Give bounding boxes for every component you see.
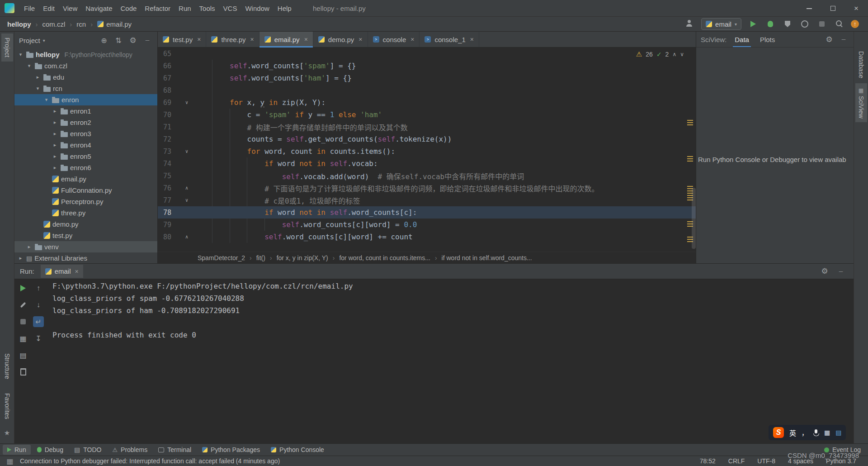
tool-window-button-run[interactable]: Run	[3, 445, 31, 455]
menu-run[interactable]: Run	[175, 1, 195, 16]
print-icon[interactable]	[18, 350, 28, 361]
sciview-tab-plots[interactable]: Plots	[758, 32, 777, 47]
status-widget-78-52[interactable]: 78:52	[700, 457, 716, 465]
line-number[interactable]: 80	[158, 233, 179, 241]
toolbox-icon[interactable]: ▤	[835, 429, 841, 436]
scroll-end-icon[interactable]	[33, 333, 44, 344]
menu-tools[interactable]: Tools	[195, 1, 219, 16]
menu-code[interactable]: Code	[116, 1, 141, 16]
line-number[interactable]: 77	[158, 196, 179, 204]
hide-icon[interactable]	[838, 34, 849, 45]
clear-icon[interactable]	[18, 366, 28, 377]
fold-marker-icon[interactable]: ∨	[179, 197, 195, 203]
chevron-right-icon[interactable]: ▸	[34, 74, 41, 80]
tree-item-enron[interactable]: ▾enron	[14, 94, 157, 105]
sciview-tab-data[interactable]: Data	[733, 32, 751, 47]
keyboard-icon[interactable]: ▦	[824, 429, 830, 436]
close-tab-icon[interactable]: ×	[197, 36, 201, 43]
breadcrumb-item-com-czl[interactable]: com.czl	[41, 19, 67, 29]
tool-strip-tab-project[interactable]: Project	[1, 33, 13, 62]
run-tab-email[interactable]: email ×	[41, 265, 83, 278]
sogou-logo-icon[interactable]: S	[773, 427, 784, 438]
tool-strip-tab-database[interactable]: Database	[855, 47, 867, 82]
code-editor[interactable]: 6566 self.word_counts['spam'] = {}67 sel…	[158, 48, 696, 252]
editor-breadcrumb-item[interactable]: for x, y in zip(X, Y)	[276, 254, 329, 262]
line-number[interactable]: 65	[158, 50, 179, 58]
ime-punctuation-toggle[interactable]: ，	[802, 428, 808, 437]
restore-layout-icon[interactable]	[18, 333, 28, 344]
tool-window-button-problems[interactable]: ⚠Problems	[108, 445, 152, 455]
tool-windows-icon[interactable]	[5, 456, 15, 466]
hide-icon[interactable]	[835, 266, 846, 277]
menu-refactor[interactable]: Refactor	[141, 1, 175, 16]
tree-item-demo-py[interactable]: demo.py	[14, 219, 157, 230]
line-number[interactable]: 72	[158, 135, 179, 143]
tool-strip-tab-favorites[interactable]: Favorites	[1, 389, 13, 423]
chevron-right-icon[interactable]: ▸	[26, 244, 33, 250]
tree-item-enron6[interactable]: ▸enron6	[14, 162, 157, 173]
tool-window-button-python-console[interactable]: Python Console	[266, 445, 329, 455]
gear-icon[interactable]	[819, 266, 830, 277]
breadcrumb-item-hellopy[interactable]: hellopy	[5, 19, 33, 29]
line-number[interactable]: 69	[158, 99, 179, 107]
coverage-button[interactable]	[782, 19, 793, 29]
run-button[interactable]	[748, 19, 759, 29]
project-title[interactable]: Project	[19, 37, 40, 44]
editor-breadcrumb-item[interactable]: for word, count in counts.items...	[338, 254, 431, 262]
tree-item-external-libraries[interactable]: ▸▤External Libraries	[14, 252, 157, 263]
tree-item-test-py[interactable]: test.py	[14, 230, 157, 241]
status-widget-utf-8[interactable]: UTF-8	[757, 457, 775, 465]
debug-button[interactable]	[765, 19, 776, 29]
tree-item-enron3[interactable]: ▸enron3	[14, 128, 157, 139]
tree-item-com-czl[interactable]: ▾com.czl	[14, 60, 157, 71]
menu-file[interactable]: File	[20, 1, 39, 16]
profiler-button[interactable]	[799, 19, 810, 29]
line-number[interactable]: 68	[158, 86, 179, 95]
wrench-icon[interactable]	[18, 300, 28, 310]
soft-wrap-icon[interactable]	[33, 316, 44, 327]
line-number[interactable]: 67	[158, 74, 179, 82]
tree-item-hellopy[interactable]: ▾hellopyF:\pythonProject\hellopy	[14, 49, 157, 60]
chevron-right-icon[interactable]: ▸	[52, 108, 58, 114]
microphone-icon[interactable]	[813, 429, 819, 436]
menu-help[interactable]: Help	[274, 1, 296, 16]
maximize-button[interactable]	[821, 0, 844, 17]
chevron-right-icon[interactable]: ▸	[52, 131, 58, 137]
chevron-down-icon[interactable]: ▾	[26, 63, 33, 69]
tool-window-button-debug[interactable]: Debug	[33, 445, 68, 455]
chevron-right-icon[interactable]: ▸	[52, 119, 58, 125]
menu-vcs[interactable]: VCS	[219, 1, 241, 16]
close-icon[interactable]: ×	[75, 268, 79, 275]
editor-tab-test-py[interactable]: test.py×	[158, 32, 206, 47]
hide-icon[interactable]	[142, 35, 153, 46]
breadcrumb-item-rcn[interactable]: rcn	[75, 19, 88, 29]
close-tab-icon[interactable]: ×	[359, 36, 362, 43]
warnings-count[interactable]: 26	[646, 51, 653, 58]
editor-tab-console[interactable]: console×	[368, 32, 420, 47]
tree-item-fullconnation-py[interactable]: FullConnation.py	[14, 185, 157, 196]
close-button[interactable]: ×	[844, 0, 868, 17]
stop-button[interactable]	[816, 19, 827, 29]
tree-item-perceptron-py[interactable]: Perceptron.py	[14, 196, 157, 207]
chevron-right-icon[interactable]: ▸	[52, 142, 58, 148]
fold-marker-icon[interactable]: ∨	[179, 148, 195, 154]
gear-icon[interactable]	[824, 34, 835, 45]
locate-icon[interactable]	[99, 35, 109, 46]
run-config-select[interactable]: email ▾	[701, 18, 741, 30]
update-notification-icon[interactable]	[851, 20, 859, 28]
line-number[interactable]: 74	[158, 160, 179, 168]
line-number[interactable]: 73	[158, 147, 179, 156]
stop-icon[interactable]	[18, 316, 28, 327]
user-icon[interactable]	[684, 19, 695, 29]
ime-language-toggle[interactable]: 英	[789, 428, 796, 437]
editor-tab-three-py[interactable]: three.py×	[206, 32, 259, 47]
prev-issue-icon[interactable]: ∧	[672, 51, 676, 57]
up-stack-icon[interactable]	[33, 283, 44, 294]
tool-window-button-python-packages[interactable]: Python Packages	[198, 445, 264, 455]
chevron-down-icon[interactable]: ▾	[17, 52, 24, 57]
settings-icon[interactable]	[127, 35, 138, 46]
next-issue-icon[interactable]: ∨	[680, 51, 684, 57]
tree-item-enron1[interactable]: ▸enron1	[14, 105, 157, 117]
breadcrumb-item-email-py[interactable]: email.py	[95, 19, 133, 29]
fold-marker-icon[interactable]: ∧	[179, 185, 195, 191]
